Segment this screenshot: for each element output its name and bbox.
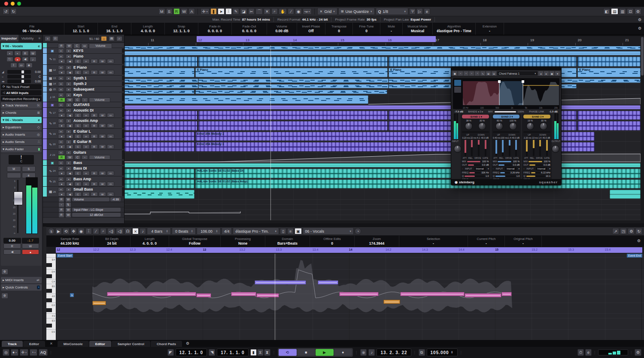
arrange-ruler[interactable]: 1112131415161718192021 bbox=[125, 36, 641, 46]
track-grid-button-2[interactable]: R bbox=[22, 51, 29, 56]
track-ctrl-6[interactable]: ▭ bbox=[107, 182, 114, 186]
mute-button[interactable]: ▪ bbox=[58, 82, 64, 86]
track-row-auto[interactable]: RWInput Filter - LC-Slope bbox=[43, 207, 124, 212]
editor-info-domain[interactable]: DomainBars+Beats bbox=[265, 236, 310, 247]
auto-write-button[interactable]: W bbox=[65, 212, 71, 218]
auto-read-button[interactable]: R bbox=[58, 207, 64, 212]
tempo-field[interactable]: 105.000⇕ bbox=[427, 349, 458, 356]
phase-link-label[interactable]: PHASE LINK bbox=[529, 110, 544, 113]
search-track-icon[interactable]: ⌕ bbox=[116, 36, 122, 41]
plugin-window-icon[interactable]: ▣ bbox=[550, 71, 554, 76]
solo-button[interactable]: ▪ bbox=[66, 82, 72, 86]
event[interactable] bbox=[125, 169, 194, 178]
track-ctrl-1[interactable]: ◀ bbox=[66, 192, 73, 197]
track-ctrl-3[interactable]: ∞ bbox=[82, 59, 90, 64]
info-col-fine-tune[interactable]: Fine-Tune0 bbox=[353, 23, 380, 35]
track-ctrl-1[interactable]: ◀ bbox=[66, 59, 73, 64]
plugin-tool-1[interactable]: ▫ bbox=[458, 71, 463, 76]
track-row-small-bass[interactable]: ▦26▪▪Small Bass●◀C∞RW▭ bbox=[43, 187, 124, 197]
plugin-tool-4[interactable]: ◔ bbox=[475, 71, 480, 76]
track-ctrl-0[interactable]: ● bbox=[58, 144, 65, 149]
track-ctrl-0[interactable]: ● bbox=[58, 59, 65, 64]
zoom-tool[interactable]: ⌕ bbox=[271, 8, 278, 15]
plugin-tool-5[interactable]: ∿ bbox=[480, 71, 485, 76]
band-freq-row[interactable]: FREQ326 Hz bbox=[462, 171, 489, 174]
track-ctrl-6[interactable]: ▭ bbox=[107, 70, 114, 75]
split-tool[interactable]: ✂ bbox=[248, 8, 255, 15]
quantize-panel-button[interactable]: e bbox=[424, 8, 430, 15]
erase-tool[interactable]: ◪ bbox=[240, 8, 247, 15]
track-grid-button-4[interactable]: ⎋ bbox=[6, 57, 13, 62]
track-preset-icon[interactable]: ⎘ bbox=[52, 36, 58, 41]
event[interactable] bbox=[198, 84, 389, 88]
band-header[interactable]: ◦ BAND 1 ▾ bbox=[462, 115, 489, 118]
info-col-extension[interactable]: Extension- bbox=[476, 23, 504, 35]
slider-gate[interactable] bbox=[546, 140, 548, 156]
automation-a-button[interactable]: A bbox=[188, 8, 195, 15]
event[interactable] bbox=[198, 111, 388, 120]
mute-button[interactable]: ▪ bbox=[58, 108, 64, 113]
mute-button[interactable]: ▪ bbox=[58, 161, 64, 165]
auto-write-button[interactable]: W bbox=[65, 197, 71, 202]
track-ctrl-4[interactable]: R bbox=[91, 134, 98, 139]
bottom-left-icon-2[interactable]: ✛▾ bbox=[20, 349, 28, 356]
fader-write-button[interactable]: W bbox=[22, 243, 39, 249]
tab-inspector[interactable]: Inspector bbox=[0, 35, 18, 42]
info-col-fade-out[interactable]: Fade-Out0. 0. 0. 0 bbox=[232, 23, 267, 35]
slider-track[interactable] bbox=[7, 75, 31, 79]
slider-rel[interactable] bbox=[502, 140, 504, 156]
variaudio-segment-4[interactable] bbox=[256, 293, 279, 297]
editor-info-current-pitch[interactable]: Current Pitch- bbox=[468, 236, 505, 247]
track-row-bass-amp[interactable]: ∿25▪▪Bass Amp●◀C∞RW▭ bbox=[43, 176, 124, 187]
event[interactable] bbox=[198, 57, 388, 67]
fader-read-button[interactable]: R bbox=[3, 243, 21, 249]
inspector-section-audio-fader[interactable]: ▾ Audio Fader▮ bbox=[1, 146, 42, 152]
write-button[interactable]: W bbox=[66, 155, 73, 160]
editor-info-global-transpose[interactable]: Global TransposeFollow bbox=[169, 236, 221, 247]
tab-editor[interactable]: Editor bbox=[89, 341, 111, 347]
up-knob[interactable] bbox=[526, 122, 534, 130]
transport-gear-icon[interactable]: ⚙ bbox=[635, 349, 641, 356]
track-row-bass-di[interactable]: ∿24▪▪Bass DI●◀C∞RW▭ bbox=[43, 166, 124, 176]
arrange-area[interactable]: 1112131415161718192021E PianoE PianoE Pi… bbox=[125, 36, 641, 223]
track-ctrl-6[interactable]: ▭ bbox=[107, 123, 114, 128]
track-ctrl-2[interactable]: C bbox=[74, 192, 82, 197]
piano-key-e4[interactable]: E4 bbox=[46, 257, 56, 262]
thumb-spectrum[interactable] bbox=[454, 80, 461, 86]
track-row-e-piano[interactable]: ▦12▪▪E Piano●◀C∞RW▭ bbox=[43, 65, 124, 76]
undo-button[interactable]: ↺ bbox=[3, 8, 9, 15]
track-ctrl-2[interactable]: C bbox=[74, 123, 82, 128]
tempo-tap-icon[interactable]: ⧉ bbox=[419, 349, 425, 356]
piano-key-e3[interactable]: E3 bbox=[46, 318, 56, 323]
event[interactable] bbox=[125, 79, 198, 83]
mute-button[interactable]: ▪ bbox=[58, 129, 64, 134]
slider-gate[interactable] bbox=[515, 140, 517, 156]
mute-button[interactable]: ▪ bbox=[58, 49, 64, 53]
plugin-tool-0[interactable]: ◼ bbox=[453, 71, 457, 76]
inspector-track-header[interactable]: ▾ 06 - Vocalse bbox=[1, 43, 42, 49]
tab-chord-pads[interactable]: Chord Pads bbox=[151, 341, 182, 347]
info-col-start[interactable]: Start12. 1. 1. 0 bbox=[64, 23, 98, 35]
band-input-row[interactable]: ◦INPUTInternal▾ bbox=[523, 167, 550, 170]
fader-monitor-button[interactable]: ◀ bbox=[3, 249, 21, 255]
quantize-value-dropdown[interactable]: Q1/8▾ bbox=[376, 8, 409, 15]
left-tab-track[interactable]: Track bbox=[2, 341, 23, 347]
inspector-menu-icon[interactable]: ≡ bbox=[36, 35, 43, 42]
down-knob[interactable] bbox=[540, 122, 547, 130]
solo-button[interactable]: ▪ bbox=[66, 140, 72, 144]
track-ctrl-3[interactable]: ∞ bbox=[82, 171, 90, 176]
track-filter-icon[interactable]: ⌂ bbox=[101, 36, 107, 41]
inspector-section-track-versions[interactable]: ▸ Track Versions⎘ bbox=[1, 102, 42, 109]
track-ctrl-6[interactable]: ▭ bbox=[107, 113, 114, 118]
editor-tool-1[interactable]: ⟲ bbox=[63, 228, 70, 234]
event[interactable] bbox=[610, 190, 641, 199]
auto-write-button[interactable]: W bbox=[65, 207, 71, 212]
event[interactable] bbox=[125, 111, 197, 120]
event-e-piano[interactable]: E Piano bbox=[577, 68, 641, 77]
event[interactable] bbox=[125, 84, 198, 88]
variaudio-segment-0[interactable] bbox=[92, 301, 106, 305]
draw-tool[interactable]: ✎ bbox=[233, 8, 240, 15]
band-header[interactable]: ◦ BAND 2 ▾ bbox=[493, 115, 520, 118]
track-ctrl-5[interactable]: W bbox=[99, 134, 106, 139]
event[interactable] bbox=[198, 121, 388, 130]
